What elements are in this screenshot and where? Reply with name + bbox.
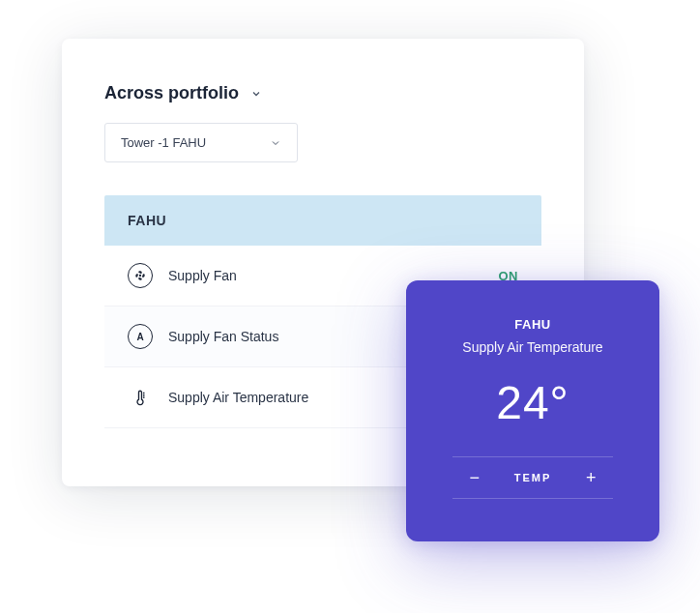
chevron-down-icon	[270, 137, 281, 149]
tower-select-value: Tower -1 FAHU	[121, 135, 206, 150]
temp-decrease-button[interactable]: −	[466, 469, 483, 486]
temp-stepper-label: TEMP	[514, 472, 552, 483]
thermometer-icon	[128, 385, 153, 410]
svg-point-0	[139, 275, 141, 277]
portfolio-dropdown[interactable]: Across portfolio	[104, 83, 541, 103]
section-title: FAHU	[104, 195, 541, 246]
temperature-value: 24°	[496, 376, 569, 429]
fan-icon	[128, 263, 153, 288]
temp-card-title: FAHU	[514, 317, 550, 332]
temperature-stepper: − TEMP +	[452, 456, 614, 499]
temperature-card: FAHU Supply Air Temperature 24° − TEMP +	[406, 280, 659, 541]
auto-icon: A	[128, 324, 153, 349]
chevron-down-icon	[250, 88, 262, 100]
tower-select[interactable]: Tower -1 FAHU	[104, 123, 298, 162]
temp-card-subtitle: Supply Air Temperature	[462, 339, 602, 355]
temp-increase-button[interactable]: +	[582, 469, 599, 486]
portfolio-label: Across portfolio	[104, 83, 239, 103]
